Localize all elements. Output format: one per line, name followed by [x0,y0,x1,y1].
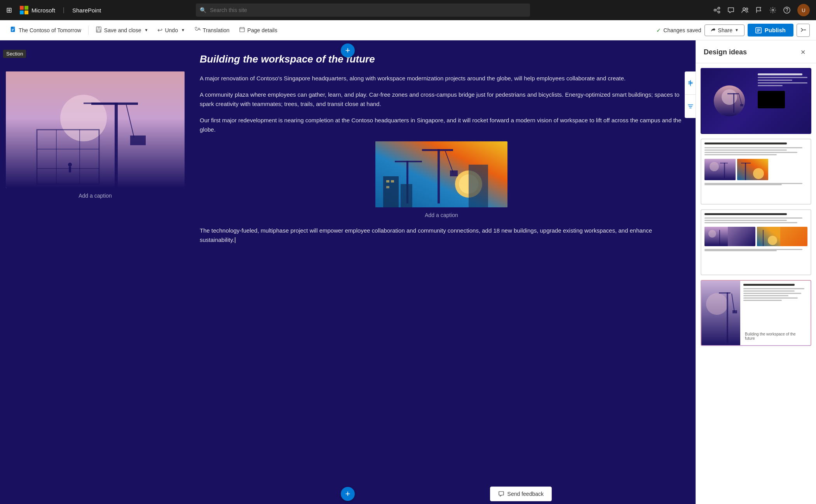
avatar[interactable]: U [797,4,810,16]
article-title: Building the workspace of the future [200,53,683,66]
svg-line-7 [716,9,718,10]
svg-rect-20 [98,27,100,29]
page-title-item[interactable]: The Contoso of Tomorrow [6,24,85,36]
page-details-button[interactable]: Page details [235,24,281,36]
design-thumb-2[interactable] [701,139,811,205]
save-close-button[interactable]: Save and close ▼ [92,24,152,36]
left-caption[interactable]: Add a caption [78,193,112,199]
toolbar-right: ✓ Changes saved Share ▼ Publish [656,24,810,37]
undo-button[interactable]: ↩ Undo ▼ [153,24,188,36]
page-canvas[interactable]: Section + [0,40,696,504]
svg-rect-49 [438,149,440,203]
undo-dropdown-arrow[interactable]: ▼ [181,28,185,32]
search-icon: 🔍 [200,7,206,13]
svg-point-9 [743,8,745,10]
changes-saved-text: Changes saved [663,27,701,33]
properties-tab[interactable] [685,71,696,95]
side-tab-icon-1 [687,80,694,86]
filter-tab[interactable] [685,95,696,118]
settings-icon[interactable] [769,7,776,14]
svg-point-13 [787,11,788,12]
svg-rect-54 [395,161,422,162]
close-design-panel-button[interactable]: ✕ [797,47,808,57]
design-thumb-4[interactable]: Building the workspace of the future [701,280,811,346]
article-para-3: Our first major redevelopment is nearing… [200,116,683,134]
top-nav: ⊞ Microsoft | SharePoint 🔍 [0,0,816,20]
translation-button[interactable]: Translation [190,24,234,36]
svg-rect-74 [745,163,746,180]
save-dropdown-arrow[interactable]: ▼ [145,28,148,32]
svg-rect-68 [704,159,736,180]
svg-point-77 [708,230,716,238]
article-inline-image [375,141,507,207]
collapse-button[interactable] [797,24,810,37]
article-content: Building the workspace of the future A m… [190,40,696,264]
svg-rect-64 [727,93,739,94]
svg-point-10 [746,8,748,10]
svg-rect-22 [240,28,244,32]
share-dropdown-arrow[interactable]: ▼ [735,28,739,32]
svg-rect-71 [720,163,728,163]
svg-rect-78 [719,230,720,246]
flag-icon[interactable] [755,7,762,14]
share-button[interactable]: Share ▼ [704,24,745,36]
svg-point-73 [753,168,764,179]
svg-rect-1 [24,6,28,10]
microsoft-logo[interactable]: Microsoft [20,6,55,14]
changes-saved: ✓ Changes saved [656,27,701,33]
svg-point-6 [718,11,720,13]
add-row-top-button[interactable]: + [341,43,355,57]
svg-rect-75 [741,163,751,163]
page-details-label: Page details [248,27,277,33]
svg-rect-33 [130,136,146,145]
publish-label: Publish [765,27,786,33]
article-para-4-text: The technology-fueled, multiphase projec… [200,227,652,243]
svg-point-62 [722,89,737,105]
svg-rect-2 [20,10,24,14]
search-bar: 🔍 [196,3,530,17]
ms-name: Microsoft [31,7,55,14]
toolbar: The Contoso of Tomorrow Save and close ▼… [0,20,816,40]
design-thumb-3[interactable] [701,209,811,275]
inline-caption[interactable]: Add a caption [425,212,458,218]
undo-icon: ↩ [157,26,162,34]
save-close-label: Save and close [104,27,141,33]
share-label: Share [718,27,732,33]
details-icon [239,26,245,34]
svg-rect-3 [24,10,28,14]
svg-rect-21 [97,30,100,32]
svg-point-83 [706,293,728,315]
svg-rect-76 [704,227,728,246]
close-icon: ✕ [800,49,806,56]
svg-point-28 [60,95,107,141]
crane-svg [6,71,185,188]
design-thumbnails[interactable]: Building the workspace of the future [696,63,816,504]
search-input[interactable] [196,3,530,17]
svg-rect-70 [724,163,725,178]
svg-point-39 [68,163,72,167]
svg-rect-29 [115,103,118,188]
chat-icon[interactable] [727,7,734,14]
help-icon[interactable] [783,7,790,14]
svg-rect-52 [450,170,458,176]
people-icon[interactable] [741,7,748,14]
svg-point-5 [714,9,716,11]
svg-rect-31 [84,103,115,104]
waffle-icon[interactable]: ⊞ [6,6,12,14]
section-label: Section [3,50,26,58]
design-thumb-1[interactable] [701,68,811,134]
nav-right-icons: U [713,4,810,16]
send-feedback-button[interactable]: Send feedback [490,487,552,501]
publish-icon [755,27,762,33]
share-network-icon[interactable] [713,7,720,14]
translation-label: Translation [203,27,230,33]
design-ideas-panel: Design ideas ✕ [696,40,816,504]
publish-button[interactable]: Publish [748,24,793,36]
svg-point-11 [772,9,774,11]
svg-rect-66 [740,104,743,106]
article-inline-image-container: Add a caption [200,141,683,218]
article-para-1: A major renovation of Contoso's Singapor… [200,74,683,83]
text-cursor [235,237,235,243]
check-icon: ✓ [656,27,661,33]
svg-rect-50 [422,149,453,151]
